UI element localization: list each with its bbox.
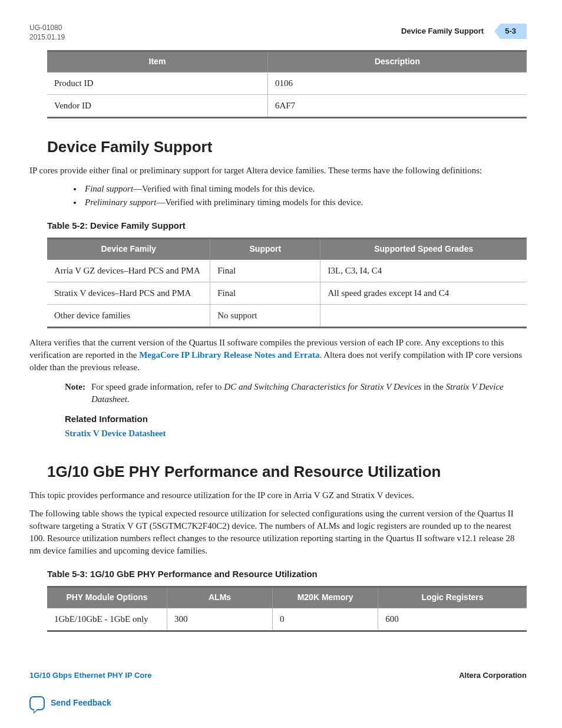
th-description: Description [267,51,527,73]
cell: 0106 [267,72,527,94]
table-5-3-caption: Table 5-3: 1G/10 GbE PHY Performance and… [47,568,527,580]
definitions-list: Final support—Verified with final timing… [82,183,527,209]
note-body: For speed grade information, refer to DC… [91,381,527,406]
cell: Final [210,282,320,304]
doc-date: 2015.01.19 [29,33,65,42]
table-row: Vendor ID 6AF7 [47,94,527,117]
list-item: Final support—Verified with final timing… [82,183,527,195]
cell: Stratix V devices–Hard PCS and PMA [47,282,210,304]
heading-performance-resource: 1G/10 GbE PHY Performance and Resource U… [47,461,527,482]
table-row: 1GbE/10GbE - 1GbE only 300 0 600 [47,608,527,631]
th: M20K Memory [273,587,378,608]
table-item-description: Item Description Product ID 0106 Vendor … [47,50,527,118]
cell: Product ID [47,72,267,94]
page-footer: 1G/10 Gbps Ethernet PHY IP Core Altera C… [29,670,527,710]
table-row: Other device families No support [47,304,527,327]
stratix-v-datasheet-link[interactable]: Stratix V Device Datasheet [65,429,166,438]
table-row: Product ID 0106 [47,72,527,94]
cell: I3L, C3, I4, C4 [320,259,527,282]
note-label: Note: [65,381,85,406]
th: PHY Module Options [47,587,167,608]
cell [320,304,527,327]
term: Preliminary support [85,197,157,207]
cell: 0 [273,608,378,631]
intro-paragraph: IP cores provide either final or prelimi… [29,164,527,177]
table-row: Stratix V devices–Hard PCS and PMA Final… [47,282,527,304]
megacore-link[interactable]: MegaCore IP Library Release Notes and Er… [139,350,319,360]
text: . [127,394,130,404]
cell: 1GbE/10GbE - 1GbE only [47,608,167,631]
send-feedback-button[interactable]: Send Feedback [29,696,527,710]
perf-para1: This topic provides performance and reso… [29,489,527,502]
th-item: Item [47,51,267,73]
cell: 300 [167,608,273,631]
table-5-2-caption: Table 5-2: Device Family Support [47,219,527,232]
text: For speed grade information, refer to [91,382,224,391]
cell: Other device families [47,304,210,327]
th: ALMs [167,587,273,608]
related-information-heading: Related Information [65,413,527,425]
footer-doc-title[interactable]: 1G/10 Gbps Ethernet PHY IP Core [29,670,152,681]
th: Device Family [47,239,210,260]
table-device-family-support: Device Family Support Supported Speed Gr… [47,238,527,328]
header-section-ref: Device Family Support [401,26,484,37]
page-number-badge: 5-3 [494,24,527,39]
feedback-icon [29,696,45,710]
th: Logic Registers [378,587,527,608]
heading-device-family-support: Device Family Support [47,136,527,157]
th: Supported Speed Grades [320,239,527,260]
term-desc: —Verified with preliminary timing models… [157,197,363,207]
cell: No support [210,304,320,327]
doc-id: UG-01080 [29,24,65,33]
cell: Vendor ID [47,94,267,117]
cell: Final [210,259,320,282]
header-right: Device Family Support 5-3 [401,24,527,39]
cell: Arria V GZ devices–Hard PCS and PMA [47,259,210,282]
perf-para2: The following table shows the typical ex… [29,508,527,557]
term-desc: —Verified with final timing models for t… [133,184,315,193]
cell: 600 [378,608,527,631]
th: Support [210,239,320,260]
table-performance-resource: PHY Module Options ALMs M20K Memory Logi… [47,586,527,632]
page-header: UG-01080 2015.01.19 Device Family Suppor… [29,24,527,42]
list-item: Preliminary support—Verified with prelim… [82,196,527,209]
text: in the [421,382,445,391]
table-row: Arria V GZ devices–Hard PCS and PMA Fina… [47,259,527,282]
text-italic: DC and Switching Characteristics for Str… [224,382,421,391]
cell: 6AF7 [267,94,527,117]
feedback-label: Send Feedback [51,697,111,709]
footer-company: Altera Corporation [459,670,527,681]
verification-paragraph: Altera verifies that the current version… [29,337,527,374]
header-left: UG-01080 2015.01.19 [29,24,65,42]
note-block: Note: For speed grade information, refer… [65,381,527,406]
cell: All speed grades except I4 and C4 [320,282,527,304]
term: Final support [85,184,133,193]
